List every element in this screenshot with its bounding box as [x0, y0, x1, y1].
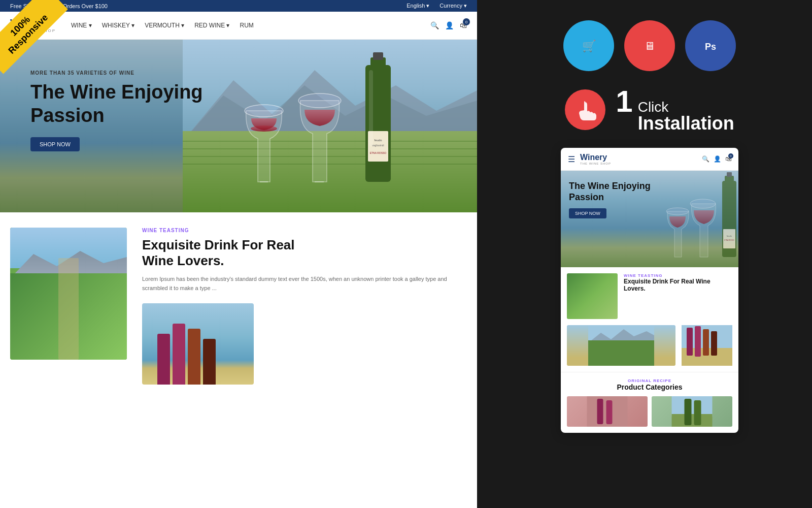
bottom-section: WINE TEASTING Exquisite Drink For RealWi…	[0, 212, 477, 400]
language-selector[interactable]: English ▾	[407, 3, 429, 9]
mobile-hero-title: The Wine EnjoyingPassion	[569, 181, 730, 203]
svg-rect-49	[685, 399, 692, 425]
svg-text:feudo: feudo	[727, 235, 732, 237]
mobile-hero: The Wine EnjoyingPassion SHOP NOW	[561, 171, 738, 267]
svg-rect-43	[711, 331, 717, 356]
cart-svg: 🛒	[576, 33, 601, 58]
mobile-tasting-section: WINE TEASTING Exquisite Drink For Real W…	[561, 267, 738, 325]
bottle-1	[157, 334, 170, 385]
mini-bottles-svg	[682, 325, 732, 366]
svg-rect-42	[703, 329, 709, 356]
mobile-vineyard-image-2	[567, 325, 675, 366]
svg-rect-50	[694, 400, 701, 425]
nav-icons: 🔍 👤 🛍 0	[430, 21, 467, 29]
install-click: Click	[638, 100, 734, 114]
corner-ribbon: 100% Responsive	[0, 0, 81, 81]
mobile-logo-sub: THE WINE SHOP	[580, 162, 697, 165]
svg-rect-47	[672, 396, 713, 417]
mini-vineyard-svg	[567, 325, 675, 366]
photoshop-circle-icon: Ps	[685, 20, 736, 71]
mobile-categories: ORIGINAL RECIPE Product Categories	[561, 372, 738, 433]
tasting-text: Lorem Ipsum has been the industry's stan…	[142, 275, 467, 293]
tasting-title: Exquisite Drink For RealWine Lovers.	[142, 237, 467, 269]
svg-text:Ps: Ps	[705, 42, 716, 52]
mobile-cat-image-2	[652, 396, 732, 427]
ribbon-text: 100% Responsive	[0, 0, 68, 74]
mobile-preview-card: ☰ Winery THE WINE SHOP 🔍 👤 🛍 0 The Wine …	[561, 148, 738, 433]
mobile-cat-title: Product Categories	[567, 383, 732, 391]
cat-image-2-svg	[652, 396, 732, 427]
install-row: 1 Click Installation	[565, 86, 734, 133]
install-label: Installation	[638, 114, 734, 133]
svg-rect-48	[672, 414, 713, 427]
hero-image: feudo vagliasindi ETNA ROSSO	[183, 40, 477, 212]
nav-whiskey[interactable]: WHISKEY ▾	[102, 22, 134, 29]
photoshop-svg: Ps	[698, 33, 723, 58]
mobile-tasting-content: WINE TEASTING Exquisite Drink For Real W…	[624, 273, 732, 319]
wine-glasses-svg: feudo vagliasindi ETNA ROSSO	[183, 40, 477, 212]
hero-title: The Wine EnjoyingPassion	[30, 81, 203, 127]
mobile-cat-image-1	[567, 396, 648, 427]
mobile-logo: Winery THE WINE SHOP	[580, 153, 697, 165]
user-icon[interactable]: 👤	[445, 21, 454, 29]
svg-rect-32	[723, 229, 735, 248]
nav-vermouth[interactable]: VERMOUTH ▾	[145, 22, 184, 29]
mobile-shop-now-button[interactable]: SHOP NOW	[569, 208, 606, 218]
svg-text:ETNA ROSSO: ETNA ROSSO	[724, 239, 734, 241]
install-icon	[565, 89, 605, 130]
wine-bottles-image	[142, 303, 254, 385]
nav-links: WINE ▾ WHISKEY ▾ VERMOUTH ▾ RED WINE ▾ R…	[71, 22, 415, 29]
svg-rect-15	[373, 52, 383, 60]
mobile-cart-icon[interactable]: 🛍 0	[725, 155, 731, 163]
svg-rect-40	[687, 328, 693, 356]
svg-rect-45	[597, 399, 603, 424]
mobile-bottles-image	[682, 325, 732, 366]
cart-count: 0	[463, 18, 470, 25]
mobile-cat-images	[567, 396, 732, 427]
icons-row: 🛒 🖥 Ps	[563, 20, 736, 71]
mobile-cat-tag: ORIGINAL RECIPE	[567, 378, 732, 383]
search-icon[interactable]: 🔍	[430, 21, 439, 29]
mobile-menu-icon[interactable]: ☰	[568, 154, 575, 164]
mobile-logo-text: Winery	[580, 153, 697, 162]
mobile-vineyard-image	[567, 273, 618, 319]
svg-text:feudo: feudo	[374, 139, 382, 142]
cart-icon[interactable]: 🛍 0	[460, 21, 467, 29]
svg-rect-37	[588, 340, 654, 366]
mobile-tasting-title: Exquisite Drink For Real WineLovers.	[624, 278, 732, 293]
mobile-icons: 🔍 👤 🛍 0	[702, 155, 731, 163]
vineyard-field	[10, 273, 127, 360]
svg-rect-20	[369, 70, 373, 146]
mobile-cart-count: 0	[728, 153, 733, 158]
mobile-user-icon[interactable]: 👤	[714, 155, 721, 163]
cart-circle-icon: 🛒	[563, 20, 614, 71]
bottle-3	[188, 329, 200, 385]
currency-selector[interactable]: Currency ▾	[439, 3, 467, 9]
vineyard-image	[10, 228, 127, 360]
svg-rect-3	[183, 131, 477, 212]
tasting-tag: WINE TEASTING	[142, 228, 467, 233]
hero-content: MORE THAN 35 VARIETIES OF WINE The Wine …	[30, 70, 203, 151]
svg-text:🖥: 🖥	[644, 40, 655, 52]
vineyard-path	[58, 258, 79, 360]
mobile-bottles-row	[561, 325, 738, 372]
bottle-2	[173, 324, 185, 385]
svg-text:🛒: 🛒	[582, 39, 596, 53]
hand-click-svg	[574, 98, 597, 121]
mobile-tasting-tag: WINE TEASTING	[624, 273, 732, 278]
install-number: 1	[616, 86, 632, 117]
mobile-nav: ☰ Winery THE WINE SHOP 🔍 👤 🛍 0	[561, 148, 738, 171]
shop-now-button[interactable]: SHOP NOW	[30, 137, 80, 151]
tasting-content: WINE TEASTING Exquisite Drink For RealWi…	[142, 228, 467, 385]
svg-rect-46	[606, 400, 613, 424]
nav-red-wine[interactable]: RED WINE ▾	[194, 22, 229, 29]
mobile-search-icon[interactable]: 🔍	[702, 155, 709, 163]
responsive-circle-icon: 🖥	[624, 20, 675, 71]
svg-text:ETNA ROSSO: ETNA ROSSO	[370, 151, 387, 154]
cat-image-1-svg	[567, 396, 648, 427]
nav-rum[interactable]: RUM	[240, 22, 254, 29]
responsive-svg: 🖥	[637, 33, 662, 58]
svg-rect-41	[695, 326, 701, 357]
svg-rect-31	[727, 172, 732, 177]
right-panel: 🛒 🖥 Ps 1 Click	[487, 0, 812, 508]
